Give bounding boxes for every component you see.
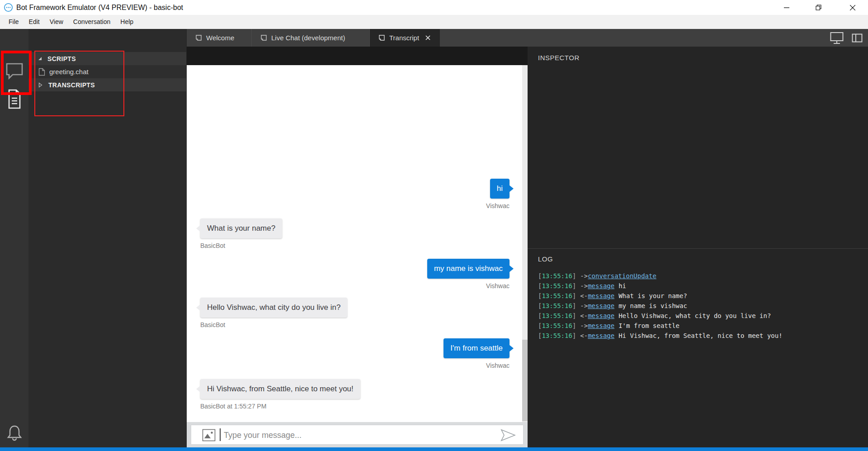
log-entry: [13:55:16]<-messageHello Vishwac, what c… [538, 311, 863, 321]
log-entry: [13:55:16]->messagemy name is vishwac [538, 301, 863, 311]
close-window-button[interactable] [839, 0, 867, 15]
sender-label: Vishwac [486, 202, 509, 209]
chat-message-bot: What is your name? BasicBot [200, 218, 282, 249]
sender-label: BasicBot [200, 242, 282, 249]
log-entry: [13:55:16]->messagehi [538, 281, 863, 291]
app-logo-icon [4, 3, 13, 12]
inspector-log-panel: INSPECTOR LOG [13:55:16]->conversationUp… [528, 47, 868, 447]
chat-bubble-user[interactable]: I'm from seattle [443, 338, 509, 358]
close-tab-icon[interactable] [425, 35, 430, 40]
chat-scrollbar-thumb[interactable] [522, 340, 528, 421]
text-cursor [220, 428, 221, 441]
message-input[interactable] [223, 426, 478, 445]
chat-message-user: hi Vishwac [486, 179, 509, 209]
log-link[interactable]: message [588, 322, 614, 329]
chat-bubble-bot[interactable]: Hello Vishwac, what city do you live in? [200, 298, 347, 318]
log-link[interactable]: message [588, 292, 614, 299]
chat-bubble-user[interactable]: my name is vishwac [427, 259, 509, 279]
send-paper-plane-icon[interactable] [500, 429, 516, 442]
split-columns-icon[interactable] [850, 29, 864, 47]
menu-conversation[interactable]: Conversation [68, 15, 116, 29]
message-input-box [191, 425, 524, 445]
restore-button[interactable] [806, 0, 831, 15]
inspector-title: INSPECTOR [538, 54, 580, 62]
title-bar: Bot Framework Emulator (V4 PREVIEW) - ba… [0, 0, 868, 15]
log-link[interactable]: conversationUpdate [588, 272, 656, 280]
chat-message-user: I'm from seattle Vishwac [443, 338, 509, 369]
annotation-rectangle-activity-icon [1, 51, 32, 95]
log-entry: [13:55:16]<-messageWhat is your name? [538, 291, 863, 301]
page-icon [195, 34, 202, 41]
chat-bubble-bot[interactable]: Hi Vishwac, from Seattle, nice to meet y… [200, 379, 360, 399]
log-link[interactable]: message [588, 312, 614, 319]
sender-label: BasicBot [200, 321, 347, 328]
bottom-accent-bar [0, 447, 868, 451]
annotation-rectangle-resources-tree [34, 51, 124, 116]
log-list: [13:55:16]->conversationUpdate [13:55:16… [538, 271, 863, 341]
chat-scrollbar[interactable] [522, 65, 528, 422]
window-title: Bot Framework Emulator (V4 PREVIEW) - ba… [16, 0, 183, 15]
menu-edit[interactable]: Edit [24, 15, 45, 29]
tab-welcome[interactable]: Welcome [187, 29, 252, 47]
image-attachment-icon[interactable] [202, 429, 216, 442]
chat-bubble-bot[interactable]: What is your name? [200, 218, 282, 238]
tab-label: Welcome [206, 34, 234, 42]
tab-transcript-active[interactable]: Transcript [370, 29, 440, 47]
log-link[interactable]: message [588, 282, 614, 290]
presentation-monitor-icon[interactable] [829, 29, 845, 47]
menu-help[interactable]: Help [115, 15, 138, 29]
menu-view[interactable]: View [45, 15, 68, 29]
sender-label: Vishwac [443, 362, 509, 369]
menu-bar: File Edit View Conversation Help [0, 15, 868, 29]
chat-message-bot: Hello Vishwac, what city do you live in?… [200, 298, 347, 328]
log-entry: [13:55:16]<-messageHi Vishwac, from Seat… [538, 331, 863, 341]
tab-bar: Welcome Live Chat (development) Transcri… [187, 29, 868, 47]
chat-bubble-user[interactable]: hi [490, 179, 509, 199]
chat-transcript-area: hi Vishwac What is your name? BasicBot m… [187, 65, 528, 422]
log-entry: [13:55:16]->messageI'm from seattle [538, 321, 863, 331]
bell-icon[interactable] [0, 424, 28, 443]
menu-file[interactable]: File [4, 15, 24, 29]
log-entry: [13:55:16]->conversationUpdate [538, 271, 863, 281]
log-title: LOG [538, 255, 553, 263]
page-icon [260, 34, 267, 41]
transcript-header-strip [187, 47, 528, 65]
sender-timestamp-label: BasicBot at 1:55:27 PM [200, 403, 360, 410]
tab-label: Live Chat (development) [271, 34, 345, 42]
panel-divider [528, 248, 868, 249]
message-input-bar [187, 422, 528, 447]
log-link[interactable]: message [588, 302, 614, 309]
tab-live-chat[interactable]: Live Chat (development) [252, 29, 370, 47]
log-link[interactable]: message [588, 332, 614, 339]
page-icon [378, 34, 385, 41]
tab-label: Transcript [389, 34, 419, 42]
chat-message-user: my name is vishwac Vishwac [427, 259, 509, 290]
chat-message-bot: Hi Vishwac, from Seattle, nice to meet y… [200, 379, 360, 410]
sender-label: Vishwac [427, 282, 509, 290]
minimize-button[interactable] [774, 0, 799, 15]
